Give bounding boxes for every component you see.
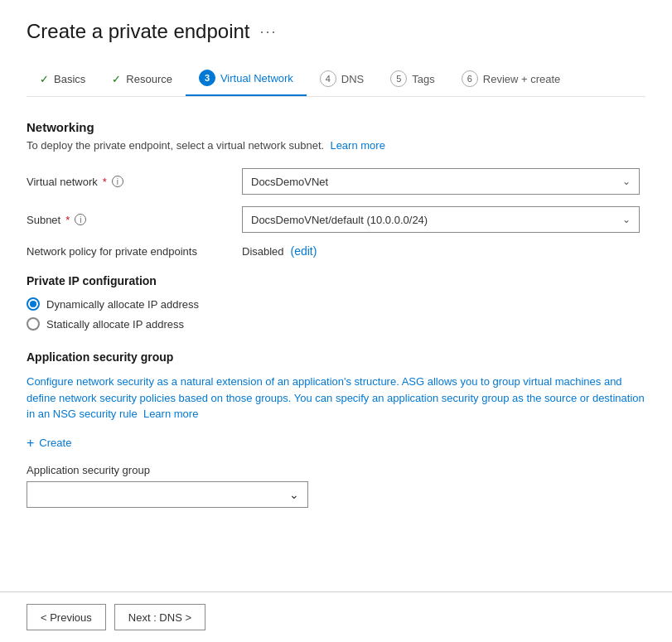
ellipsis-menu[interactable]: ··· [260, 23, 278, 41]
step-dns-label: DNS [341, 73, 364, 85]
asg-title: Application security group [27, 350, 645, 364]
subnet-required: * [65, 214, 70, 226]
asg-dropdown-label: Application security group [27, 464, 645, 476]
network-policy-value-area: Disabled (edit) [242, 244, 317, 258]
step-review-label: Review + create [483, 73, 561, 85]
private-ip-radio-group: Dynamically allocate IP address Statical… [27, 297, 645, 331]
page-title-area: Create a private endpoint ··· [27, 20, 645, 43]
step-resource-check: ✓ [112, 73, 121, 85]
next-button[interactable]: Next : DNS > [114, 604, 205, 630]
step-basics-label: Basics [54, 73, 85, 85]
subnet-chevron-icon: ⌄ [622, 214, 631, 225]
subnet-row: Subnet * i DocsDemoVNet/default (10.0.0.… [27, 206, 645, 233]
asg-chevron-icon: ⌄ [289, 488, 299, 501]
step-virtual-network-number: 3 [199, 70, 215, 86]
private-ip-section: Private IP configuration Dynamically all… [27, 274, 645, 331]
networking-learn-more[interactable]: Learn more [330, 139, 384, 152]
footer: < Previous Next : DNS > [0, 591, 672, 642]
radio-dynamic-circle[interactable] [27, 297, 40, 311]
step-basics[interactable]: ✓ Basics [27, 66, 99, 94]
step-resource[interactable]: ✓ Resource [99, 66, 186, 94]
virtual-network-label: Virtual network * i [27, 176, 242, 188]
page-title: Create a private endpoint [27, 20, 250, 43]
plus-icon: + [27, 436, 34, 451]
radio-static-label: Statically allocate IP address [46, 318, 184, 331]
step-basics-check: ✓ [40, 73, 49, 85]
subnet-info-icon[interactable]: i [75, 214, 86, 225]
subnet-dropdown[interactable]: DocsDemoVNet/default (10.0.0.0/24) ⌄ [242, 206, 640, 233]
steps-navigation: ✓ Basics ✓ Resource 3 Virtual Network 4 … [27, 63, 645, 97]
virtual-network-dropdown[interactable]: DocsDemoVNet ⌄ [242, 168, 640, 195]
step-virtual-network-label: Virtual Network [220, 72, 293, 84]
asg-dropdown[interactable]: ⌄ [27, 481, 308, 508]
asg-desc: Configure network security as a natural … [27, 374, 645, 422]
step-tags[interactable]: 5 Tags [377, 64, 447, 95]
step-review-create[interactable]: 6 Review + create [448, 64, 574, 95]
previous-button[interactable]: < Previous [27, 604, 106, 630]
step-resource-label: Resource [126, 73, 172, 85]
virtual-network-chevron-icon: ⌄ [622, 176, 631, 187]
virtual-network-required: * [103, 176, 107, 188]
private-ip-title: Private IP configuration [27, 274, 645, 287]
network-policy-edit-link[interactable]: (edit) [290, 244, 317, 258]
radio-dynamic-label: Dynamically allocate IP address [46, 298, 199, 311]
step-dns-number: 4 [320, 70, 336, 87]
radio-static[interactable]: Statically allocate IP address [27, 317, 645, 331]
asg-create-button[interactable]: + Create [27, 436, 71, 451]
step-review-number: 6 [462, 70, 478, 87]
step-tags-label: Tags [412, 73, 434, 85]
networking-title: Networking [27, 120, 645, 134]
virtual-network-row: Virtual network * i DocsDemoVNet ⌄ [27, 168, 645, 195]
step-virtual-network[interactable]: 3 Virtual Network [186, 63, 307, 96]
network-policy-value: Disabled [242, 245, 284, 258]
virtual-network-info-icon[interactable]: i [112, 176, 123, 187]
step-tags-number: 5 [390, 70, 407, 87]
radio-static-circle[interactable] [27, 317, 40, 331]
asg-learn-more[interactable]: Learn more [143, 408, 198, 420]
network-policy-row: Network policy for private endpoints Dis… [27, 244, 645, 258]
radio-dynamic[interactable]: Dynamically allocate IP address [27, 297, 645, 311]
asg-section: Application security group Configure net… [27, 350, 645, 508]
networking-section: Networking To deploy the private endpoin… [27, 120, 645, 508]
networking-desc: To deploy the private endpoint, select a… [27, 139, 645, 152]
network-policy-label: Network policy for private endpoints [27, 245, 242, 258]
step-dns[interactable]: 4 DNS [307, 64, 377, 95]
subnet-label: Subnet * i [27, 214, 242, 226]
